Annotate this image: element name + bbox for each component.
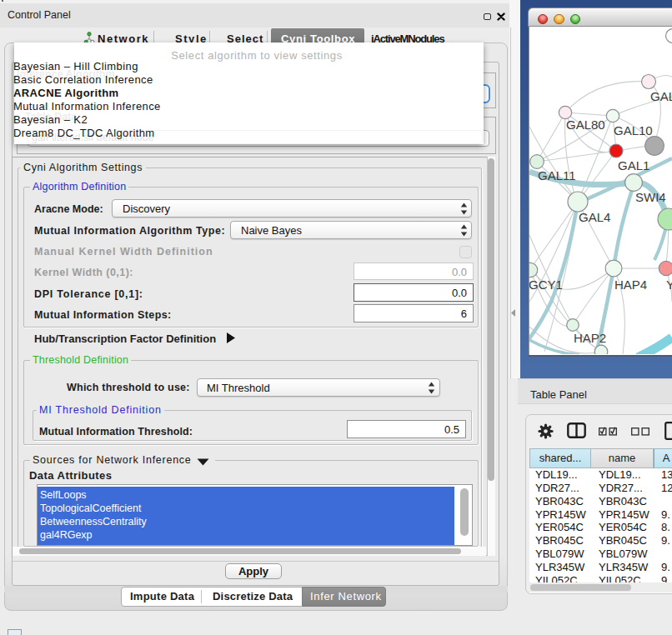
svg-text:GAL10: GAL10 <box>614 123 653 138</box>
svg-text:GAL11: GAL11 <box>538 168 576 182</box>
svg-text:GAL1: GAL1 <box>618 158 649 172</box>
svg-text:HAP4: HAP4 <box>614 278 647 292</box>
svg-text:HAP2: HAP2 <box>574 331 606 345</box>
svg-text:GAL7: GAL7 <box>650 89 672 103</box>
svg-text:GAL4: GAL4 <box>579 210 610 224</box>
svg-text:GAL80: GAL80 <box>566 118 605 132</box>
svg-text:Y: Y <box>666 278 672 292</box>
svg-text:SWI4: SWI4 <box>635 190 666 204</box>
svg-text:GCY1: GCY1 <box>529 278 563 292</box>
